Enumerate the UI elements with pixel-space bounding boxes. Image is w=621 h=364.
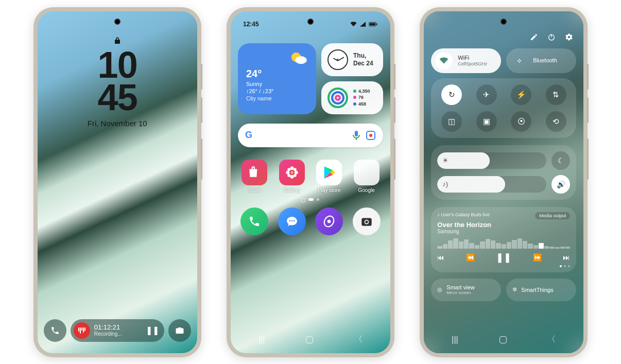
svg-point-10 — [294, 170, 298, 174]
media-rewind[interactable]: ⏪ — [466, 253, 475, 262]
weather-desc: Sunny — [246, 81, 308, 87]
flashlight-toggle[interactable]: ⚡ — [511, 84, 531, 105]
smartview-chip[interactable]: ◎ Smart viewMirror screen — [431, 279, 501, 301]
record-icon — [74, 322, 90, 339]
rotation-toggle[interactable]: ⟲ — [546, 111, 566, 132]
brightness-icon: ☀ — [442, 157, 449, 164]
media-device: ♪ User's Galaxy Buds live — [437, 212, 490, 219]
sound-toggle[interactable]: 🔊 — [551, 175, 570, 194]
media-forward[interactable]: ⏩ — [533, 253, 542, 262]
clock-widget[interactable]: Thu, Dec 24 — [321, 43, 383, 76]
svg-point-18 — [294, 220, 295, 221]
google-logo-icon: G — [245, 130, 252, 141]
power-icon[interactable] — [547, 33, 556, 41]
nav-back[interactable]: 〈 — [547, 334, 556, 345]
wifi-icon — [435, 52, 453, 70]
phone-shortcut[interactable] — [44, 319, 66, 342]
airplane-toggle[interactable]: ✈ — [476, 84, 497, 105]
nav-back[interactable]: 〈 — [354, 334, 363, 345]
media-title: Over the Horizon — [437, 221, 570, 229]
svg-point-23 — [365, 220, 368, 223]
status-icons — [350, 22, 378, 27]
cast-icon: ◎ — [437, 286, 442, 293]
svg-point-16 — [289, 220, 290, 221]
health-widget[interactable]: 4,350 76 458 — [321, 81, 383, 114]
dock-phone[interactable] — [240, 207, 268, 235]
health-rings-icon — [327, 88, 348, 108]
svg-point-15 — [290, 171, 293, 174]
weather-hilo: ↑26° / ↓23° — [246, 88, 308, 94]
svg-point-7 — [290, 166, 294, 170]
svg-point-14 — [294, 174, 297, 177]
edit-icon[interactable] — [530, 33, 538, 41]
media-prev-track[interactable]: ⏮ — [437, 253, 444, 262]
phone-quickpanel: WiFiCellSpot5GHz ⟡ Bluetooth ↻ ✈ ⚡ ⇅ ◫ ▣… — [420, 7, 588, 357]
dock — [238, 207, 383, 235]
sync-toggle[interactable]: ↻ — [441, 84, 462, 105]
app-gallery[interactable]: Gallery — [275, 160, 308, 193]
cast-toggle[interactable]: ◫ — [441, 111, 462, 132]
weather-temp: 24° — [246, 68, 308, 80]
smartthings-icon: ✲ — [512, 286, 517, 293]
svg-point-13 — [287, 174, 290, 177]
wifi-tile[interactable]: WiFiCellSpot5GHz — [431, 48, 501, 73]
weather-city: City name — [246, 95, 308, 101]
app-store[interactable]: Store — [238, 160, 271, 193]
dock-camera[interactable] — [353, 207, 381, 235]
settings-icon[interactable] — [565, 33, 573, 41]
volume-slider[interactable]: ♪) — [437, 176, 546, 193]
nav-bar: ||| 〈 — [431, 331, 576, 349]
volume-icon: ♪) — [442, 180, 448, 188]
media-next-track[interactable]: ⏭ — [563, 253, 570, 262]
svg-point-12 — [294, 168, 297, 171]
page-indicator[interactable] — [238, 198, 383, 202]
svg-point-11 — [287, 168, 290, 171]
dnd-toggle[interactable]: ☾ — [551, 151, 570, 170]
bluetooth-icon: ⟡ — [510, 52, 528, 70]
smartthings-chip[interactable]: ✲ SmartThings — [506, 279, 576, 301]
phone-lockscreen: 10 45 Fri, November 10 01:12:21 Recordin… — [33, 7, 201, 357]
recording-label: Recording... — [94, 331, 142, 337]
data-toggle[interactable]: ⇅ — [546, 84, 566, 105]
lens-icon[interactable] — [366, 130, 376, 141]
location-toggle[interactable]: ⦿ — [511, 111, 531, 132]
svg-point-6 — [369, 134, 372, 137]
brightness-slider[interactable]: ☀ — [437, 152, 546, 169]
media-artist: Samsung — [437, 229, 570, 234]
dock-browser[interactable] — [315, 207, 343, 235]
svg-point-17 — [291, 220, 292, 221]
svg-rect-2 — [376, 23, 377, 25]
recording-notification[interactable]: 01:12:21 Recording... ❚❚ — [71, 319, 164, 342]
svg-rect-1 — [369, 23, 375, 25]
camera-shortcut[interactable] — [168, 319, 191, 342]
media-pause[interactable]: ❚❚ — [496, 252, 511, 263]
app-google-folder[interactable]: Google — [350, 160, 383, 193]
media-player[interactable]: ♪ User's Galaxy Buds live Media output O… — [431, 207, 576, 272]
app-playstore[interactable]: Play store — [313, 160, 346, 193]
nav-recents[interactable]: ||| — [452, 335, 458, 344]
recording-time: 01:12:21 — [94, 324, 142, 331]
dock-messages[interactable] — [278, 207, 306, 235]
nav-recents[interactable]: ||| — [258, 335, 265, 344]
analog-clock-icon — [327, 49, 348, 70]
bluetooth-tile[interactable]: ⟡ Bluetooth — [506, 48, 576, 73]
svg-point-4 — [295, 56, 307, 64]
status-time: 12:45 — [243, 21, 259, 28]
pause-icon[interactable]: ❚❚ — [146, 325, 159, 335]
media-output-button[interactable]: Media output — [535, 212, 570, 219]
google-search-bar[interactable]: G — [238, 124, 383, 147]
lockscreen-date: Fri, November 10 — [88, 119, 147, 128]
weather-widget[interactable]: 24° Sunny ↑26° / ↓23° City name — [238, 43, 316, 114]
phone-homescreen: 12:45 24° Sunny ↑26° / ↓23° City name — [227, 7, 394, 357]
battery-toggle[interactable]: ▣ — [476, 111, 497, 132]
mic-icon[interactable] — [352, 130, 360, 141]
nav-home[interactable] — [306, 336, 313, 343]
nav-home[interactable] — [499, 336, 507, 343]
nav-bar: ||| 〈 — [238, 331, 383, 349]
svg-point-9 — [286, 170, 289, 174]
svg-point-8 — [290, 175, 294, 178]
media-waveform[interactable] — [437, 237, 570, 249]
svg-point-20 — [327, 219, 331, 223]
lockscreen-clock: 10 45 — [98, 49, 137, 114]
weather-icon — [246, 50, 308, 66]
